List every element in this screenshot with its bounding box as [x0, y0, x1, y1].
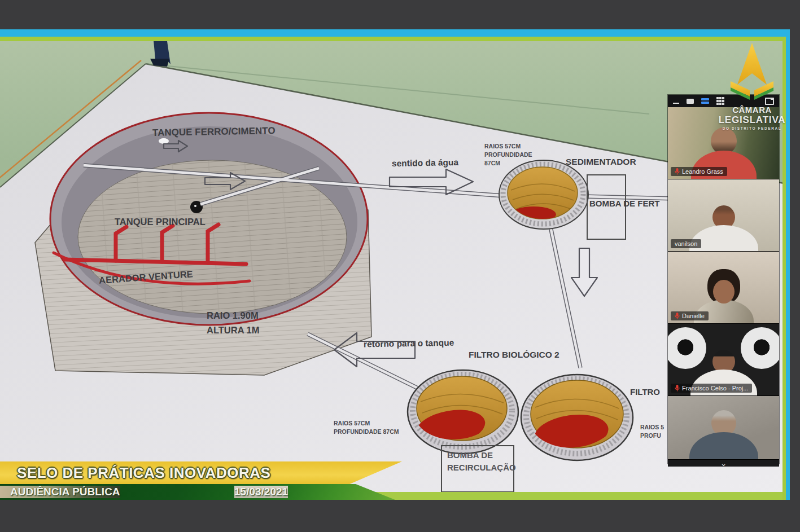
label-tanque-principal: TANQUE PRINCIPAL [115, 217, 206, 227]
sedimentador-tank [499, 160, 588, 229]
label-sedimentador: SEDIMENTADOR [566, 157, 636, 167]
filter-tank-right [521, 375, 633, 460]
logo-line-1: CÂMARA [732, 105, 772, 115]
gallery-view-icon[interactable] [701, 98, 709, 104]
grid-view-icon[interactable] [716, 97, 724, 105]
collapse-panel-button[interactable]: ⌄ [668, 460, 779, 467]
banner-date: 15/03/2021 [234, 486, 288, 498]
banner-selo-text: SELO DE PRÁTICAS INOVADORAS [0, 464, 270, 482]
participant-tile[interactable]: Danielle [668, 252, 779, 324]
slide-border-lime-top [0, 37, 790, 41]
video-call-panel: Leandro Grass vanilson Danielle Francisc… [668, 95, 779, 464]
letterbox-bottom [0, 500, 800, 532]
screenshot-root: { "logo": { "line1": "CÂMARA", "line2": … [0, 0, 800, 532]
participant-video [689, 410, 758, 459]
slide-border-cyan-top [0, 29, 790, 37]
mic-muted-icon [675, 313, 680, 319]
letterbox-right [790, 29, 800, 500]
label-filtro-2: FILTRO BIOLÓGICO 2 [469, 350, 559, 360]
participant-name-label: Danielle [671, 311, 709, 320]
label-filtro-1: FILTRO [630, 387, 660, 397]
slide-border-lime-right [782, 37, 786, 500]
banner-audiencia-text: AUDIÊNCIA PÚBLICA [0, 486, 120, 498]
mic-muted-icon [675, 385, 680, 392]
main-tank [50, 113, 368, 325]
logo-line-2: LEGISLATIVA [719, 115, 786, 126]
banner-audiencia: AUDIÊNCIA PÚBLICA 15/03/2021 [0, 484, 395, 500]
label-raios-sedimentador: RAIOS 57CMPROFUNDIDADE87CM [484, 142, 532, 168]
minimize-icon[interactable] [673, 103, 679, 104]
participant-name-label: vanilson [671, 239, 701, 248]
participant-tile[interactable] [668, 396, 779, 460]
logo-flame-icon [727, 41, 777, 100]
participant-name-label: Francisco Celso - Proj... [671, 384, 752, 393]
slide-border-cyan-right [786, 29, 790, 500]
speaker-view-icon[interactable] [687, 99, 694, 104]
logo-line-3: DO DISTRITO FEDERAL [723, 126, 782, 130]
chevron-down-icon: ⌄ [720, 461, 727, 465]
participant-name-label: Leandro Grass [671, 167, 727, 176]
label-sentido-agua: sentido da água [392, 157, 458, 169]
label-raios-right: RAIOS 5PROFU [640, 423, 664, 440]
mic-muted-icon [675, 168, 680, 175]
label-retorno: retorno para o tanque [364, 338, 454, 350]
label-raios-filtro: RAIOS 57CMPROFUNDIDADE 87CM [334, 419, 399, 436]
filter-tank-left [408, 370, 518, 454]
participant-tile[interactable]: Francisco Celso - Proj... [668, 324, 779, 396]
banner-selo: SELO DE PRÁTICAS INOVADORAS [0, 461, 402, 484]
label-raio: RAIO 1.90M [207, 310, 259, 321]
label-bomba-recirc: BOMBA DERECIRCULAÇÃO [447, 449, 516, 474]
label-tanque-ferro: TANQUE FERRO/CIMENTO [152, 125, 276, 139]
label-bomba-fert: BOMBA DE FERT [589, 199, 659, 208]
participant-tile[interactable]: vanilson [668, 179, 779, 252]
letterbox-top [0, 0, 800, 29]
label-altura: ALTURA 1M [207, 325, 260, 336]
